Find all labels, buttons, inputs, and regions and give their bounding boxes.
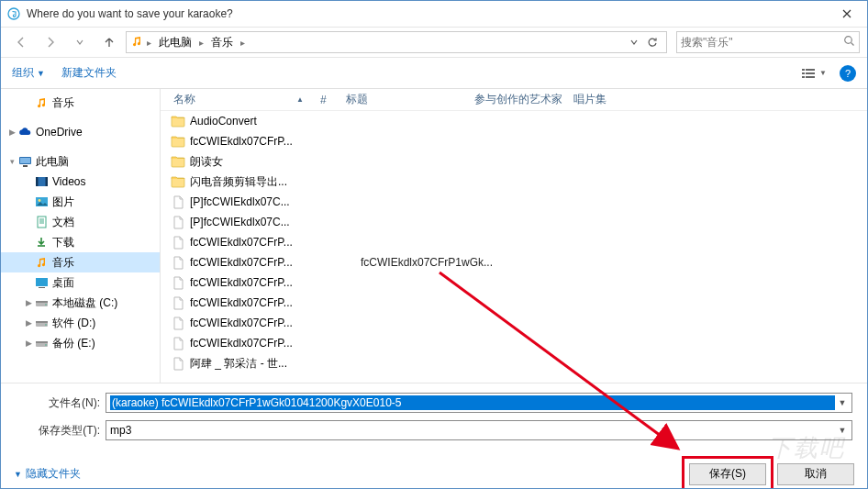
sidebar-item-label: 下载 (52, 235, 74, 250)
music-icon (34, 255, 49, 270)
title-bar: Where do you want to save your karaoke? (1, 1, 867, 27)
crumb-music[interactable]: 音乐 (207, 33, 237, 52)
file-name: fcCWIEkdlx07CFrP... (190, 337, 335, 350)
filename-combo[interactable]: (karaoke) fcCWIEkdlx07CFrP1wGk01041200Kg… (106, 393, 852, 413)
file-row[interactable]: fcCWIEkdlx07CFrP... (161, 272, 867, 293)
file-pane: 名称▲ # 标题 参与创作的艺术家 唱片集 AudioConvertfcCWIE… (161, 89, 867, 383)
drive-icon (34, 295, 49, 310)
file-row[interactable]: fcCWIEkdlx07CFrP... (161, 232, 867, 252)
file-icon (170, 214, 186, 230)
nav-recent-dropdown[interactable] (67, 30, 93, 54)
pictures-icon (34, 194, 49, 209)
file-row[interactable]: AudioConvert (161, 111, 867, 131)
col-num[interactable]: # (315, 94, 340, 106)
organize-menu[interactable]: 组织▼ (12, 65, 45, 81)
onedrive-icon (17, 125, 32, 139)
svg-rect-18 (39, 287, 45, 288)
drive-icon (34, 316, 49, 330)
file-row[interactable]: [P]fcCWIEkdlx07C... (161, 212, 867, 232)
nav-back-button[interactable] (8, 30, 34, 54)
sidebar-item-label: 音乐 (52, 255, 74, 271)
hide-folders-link[interactable]: ▼ 隐藏文件夹 (14, 466, 81, 482)
file-name: fcCWIEkdlx07CFrP... (190, 276, 335, 289)
svg-rect-17 (36, 278, 48, 286)
sidebar-item-label: 软件 (D:) (52, 316, 95, 331)
file-icon (170, 335, 186, 351)
file-name: fcCWIEkdlx07CFrP... (190, 317, 335, 329)
toolbar: 组织▼ 新建文件夹 ▼ ? (1, 58, 867, 89)
sidebar-item[interactable]: 音乐 (1, 252, 160, 272)
sidebar-item[interactable]: ▾此电脑 (1, 151, 160, 172)
svg-rect-4 (802, 72, 805, 74)
col-artist[interactable]: 参与创作的艺术家 (469, 92, 568, 107)
music-icon (34, 95, 49, 110)
file-row[interactable]: 朗读女 (161, 151, 867, 172)
folder-icon (170, 153, 186, 170)
sidebar-item[interactable]: 下载 (1, 232, 160, 252)
file-list[interactable]: AudioConvertfcCWIEkdlx07CFrP...朗读女闪电音频剪辑… (161, 111, 867, 379)
svg-rect-28 (172, 117, 184, 127)
sidebar-item-label: 备份 (E:) (52, 336, 95, 351)
sidebar-item-label: Videos (52, 175, 85, 188)
expand-icon[interactable]: ▶ (6, 128, 17, 137)
sidebar-item[interactable]: Videos (1, 172, 160, 192)
expand-icon[interactable]: ▶ (23, 339, 34, 348)
col-album[interactable]: 唱片集 (568, 92, 651, 107)
desktop-icon (34, 275, 49, 290)
col-name[interactable]: 名称▲ (168, 92, 315, 107)
savetype-dropdown-button[interactable]: ▼ (835, 422, 850, 439)
cancel-button[interactable]: 取消 (777, 463, 854, 485)
filename-dropdown-button[interactable]: ▼ (835, 395, 850, 411)
expand-icon[interactable]: ▶ (23, 298, 34, 307)
sidebar-item[interactable]: ▶OneDrive (1, 122, 160, 142)
sidebar[interactable]: 音乐▶OneDrive▾此电脑Videos图片文档下载音乐桌面▶本地磁盘 (C:… (1, 89, 161, 383)
search-box[interactable] (676, 31, 860, 53)
file-row[interactable]: fcCWIEkdlx07CFrP...fcCWIEkdlx07CFrP1wGk.… (161, 252, 867, 272)
sidebar-item[interactable]: ▶软件 (D:) (1, 313, 160, 333)
sidebar-item-label: 此电脑 (36, 154, 69, 170)
search-icon (843, 35, 855, 50)
sidebar-item-label: OneDrive (36, 126, 83, 139)
sidebar-item[interactable]: ▶备份 (E:) (1, 333, 160, 353)
file-row[interactable]: fcCWIEkdlx07CFrP... (161, 131, 867, 151)
music-icon (130, 35, 143, 50)
file-row[interactable]: [P]fcCWIEkdlx07C... (161, 192, 867, 212)
expand-icon[interactable]: ▶ (23, 318, 34, 328)
svg-rect-9 (20, 158, 30, 163)
search-input[interactable] (681, 36, 843, 49)
sidebar-item[interactable]: ▶本地磁盘 (C:) (1, 293, 160, 313)
file-row[interactable]: 阿肆 _ 郭采洁 - 世... (161, 353, 867, 373)
address-dropdown-button[interactable] (626, 33, 642, 51)
sidebar-item[interactable]: 文档 (1, 212, 160, 232)
file-row[interactable]: fcCWIEkdlx07CFrP... (161, 293, 867, 313)
refresh-button[interactable] (644, 33, 661, 51)
save-button[interactable]: 保存(S) (689, 463, 766, 485)
col-title[interactable]: 标题 (340, 92, 469, 107)
crumb-pc[interactable]: 此电脑 (155, 33, 195, 52)
nav-row: ▸ 此电脑 ▸ 音乐 ▸ (1, 27, 867, 58)
svg-point-15 (38, 199, 40, 202)
address-bar[interactable]: ▸ 此电脑 ▸ 音乐 ▸ (126, 31, 667, 53)
sidebar-item-label: 本地磁盘 (C:) (52, 295, 117, 311)
svg-point-21 (45, 304, 47, 306)
nav-up-button[interactable] (96, 30, 122, 54)
close-button[interactable] (827, 1, 867, 27)
svg-rect-6 (802, 76, 805, 78)
savetype-combo[interactable]: mp3 ▼ (106, 420, 852, 440)
sidebar-item[interactable]: 图片 (1, 192, 160, 212)
file-name: 闪电音频剪辑导出... (190, 174, 335, 190)
file-row[interactable]: fcCWIEkdlx07CFrP... (161, 333, 867, 353)
new-folder-button[interactable]: 新建文件夹 (61, 65, 117, 81)
filename-input[interactable]: (karaoke) fcCWIEkdlx07CFrP1wGk01041200Kg… (110, 395, 835, 410)
sidebar-item[interactable]: 音乐 (1, 93, 160, 113)
file-row[interactable]: fcCWIEkdlx07CFrP... (161, 313, 867, 333)
expand-icon[interactable]: ▾ (6, 157, 17, 166)
file-row[interactable]: 闪电音频剪辑导出... (161, 172, 867, 192)
folder-icon (170, 113, 186, 129)
nav-forward-button[interactable] (38, 30, 63, 54)
svg-rect-31 (172, 178, 184, 187)
file-name: fcCWIEkdlx07CFrP... (190, 296, 335, 309)
sidebar-item[interactable]: 桌面 (1, 272, 160, 293)
view-options-button[interactable]: ▼ (802, 68, 827, 79)
help-button[interactable]: ? (840, 65, 856, 82)
